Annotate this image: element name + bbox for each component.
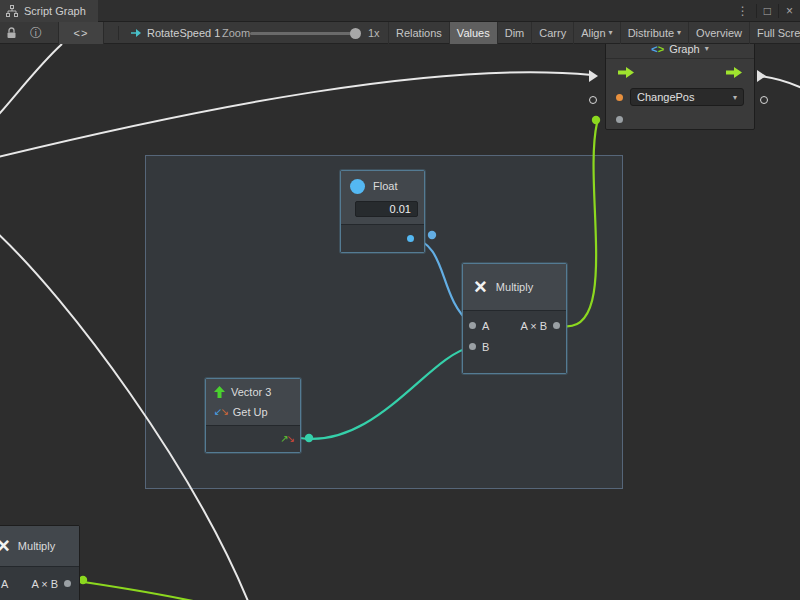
chevron-down-icon: ▾ — [705, 44, 709, 53]
lock-icon[interactable] — [6, 22, 17, 44]
script-graph-asset-icon — [130, 27, 142, 39]
graph-breadcrumb[interactable]: RotateSpeed 1 — [130, 22, 220, 44]
node-subtitle: Get Up — [233, 406, 268, 418]
button-label: Carry — [539, 22, 566, 44]
toolbar-button-overview[interactable]: Overview — [688, 22, 749, 44]
float-node-header[interactable]: Float 0.01 — [341, 171, 424, 224]
multiply-node-body: A A × B B — [463, 310, 566, 373]
toolbar-button-relations[interactable]: Relations — [388, 22, 449, 44]
port-label-a: A — [1, 578, 8, 590]
node-vector3-get-up[interactable]: Vector 3 ↙↘ Get Up ↗↘ — [205, 378, 301, 453]
zoom-label: Zoom — [222, 22, 250, 44]
port-multiply-input-b[interactable] — [469, 343, 476, 350]
port-label-out: A × B — [31, 578, 58, 590]
toolbar-button-dim[interactable]: Dim — [497, 22, 532, 44]
graph-toolbar: ⓘ <> RotateSpeed 1 Zoom 1x Relations Val… — [0, 22, 800, 44]
up-arrow-icon — [214, 386, 225, 398]
flow-connection-arrow-left[interactable] — [589, 70, 598, 82]
variable-dropdown-value: ChangePos — [637, 91, 695, 103]
button-label: Distribute — [628, 22, 674, 44]
flow-in-arrow-icon[interactable] — [618, 67, 634, 78]
graph-node-title: Graph — [669, 43, 700, 55]
vector3-type-icon[interactable]: ↗↘ — [280, 434, 293, 444]
close-icon[interactable]: × — [779, 4, 800, 18]
variable-dropdown[interactable]: ChangePos ▾ — [630, 88, 744, 106]
zoom-slider[interactable] — [250, 32, 360, 35]
toolbar-button-align[interactable]: Align ▾ — [573, 22, 619, 44]
tab-script-graph[interactable]: Script Graph — [0, 0, 98, 22]
chevron-down-icon: ▾ — [609, 22, 613, 44]
toolbar-button-distribute[interactable]: Distribute ▾ — [620, 22, 688, 44]
zoom-slider-handle[interactable] — [350, 28, 361, 39]
chevron-down-icon: ▾ — [677, 22, 681, 44]
chevron-down-icon: ▾ — [733, 93, 737, 102]
port-multiply2-output[interactable] — [64, 580, 71, 587]
port-label-a: A — [482, 320, 489, 332]
divider — [118, 26, 119, 40]
maximize-icon[interactable]: □ — [757, 4, 778, 18]
get-up-icon: ↙↘ — [214, 407, 227, 417]
flow-connection-arrow-right[interactable] — [757, 70, 766, 82]
float-type-icon — [350, 179, 365, 194]
vector3-node-header[interactable]: Vector 3 ↙↘ Get Up — [206, 379, 300, 425]
toolbar-buttons: Relations Values Dim Carry Align ▾ Distr… — [388, 22, 800, 44]
toolbar-button-carry[interactable]: Carry — [531, 22, 573, 44]
port-graph-input[interactable] — [616, 116, 623, 123]
float-value-input[interactable]: 0.01 — [355, 201, 418, 217]
info-icon[interactable]: ⓘ — [30, 22, 42, 44]
connection-ring-right[interactable] — [760, 96, 768, 104]
vector3-node-body: ↗↘ — [206, 425, 300, 452]
connection-ring-left[interactable] — [589, 96, 597, 104]
button-label: Relations — [396, 22, 442, 44]
arrow-se-icon: ↘ — [220, 406, 226, 417]
port-variable-input[interactable] — [616, 94, 623, 101]
node-title: Multiply — [18, 540, 55, 552]
flow-out-arrow-icon[interactable] — [726, 67, 742, 78]
graph-port-row — [606, 109, 754, 129]
port-float-output[interactable] — [407, 235, 414, 242]
lock-glyph — [6, 26, 17, 40]
multiply-node-header[interactable]: × Multiply — [463, 264, 566, 310]
kebab-menu-icon[interactable]: ⋮ — [730, 4, 756, 18]
graph-name: RotateSpeed 1 — [147, 27, 220, 39]
node-title: Float — [373, 180, 397, 192]
multiply2-node-header[interactable]: × Multiply — [0, 526, 79, 566]
float-node-body — [341, 224, 424, 252]
multiply-icon: × — [0, 535, 10, 557]
node-float[interactable]: Float 0.01 — [340, 170, 425, 253]
toolbar-button-values[interactable]: Values — [449, 22, 497, 44]
node-multiply[interactable]: × Multiply A A × B B — [462, 263, 567, 374]
button-label: Values — [457, 22, 490, 44]
arrow-se-icon: ↘ — [287, 433, 293, 444]
port-label-b: B — [482, 341, 489, 353]
titlebar: Script Graph ⋮ □ × — [0, 0, 800, 22]
toolbar-button-fullscreen[interactable]: Full Screen — [749, 22, 800, 44]
node-multiply-partial[interactable]: × Multiply A A × B — [0, 525, 80, 600]
node-title: Vector 3 — [231, 386, 271, 398]
port-multiply-output[interactable] — [553, 322, 560, 329]
script-graph-icon — [6, 5, 18, 17]
zoom-value: 1x — [368, 22, 380, 44]
button-label: Overview — [696, 22, 742, 44]
code-gt: > — [658, 43, 664, 55]
node-title: Multiply — [496, 281, 533, 293]
button-label: Dim — [505, 22, 525, 44]
graph-variable-row: ChangePos ▾ — [606, 85, 754, 109]
tab-label: Script Graph — [24, 5, 86, 17]
port-multiply-input-a[interactable] — [469, 322, 476, 329]
code-view-button[interactable]: <> — [58, 22, 104, 44]
node-graph-inspector[interactable]: <> Graph ▾ ChangePos ▾ — [605, 38, 755, 130]
multiply2-node-body: A A × B — [0, 566, 79, 600]
code-brackets-icon: <> — [651, 43, 664, 55]
multiply-icon: × — [474, 276, 487, 298]
graph-flow-row — [606, 59, 754, 85]
window-controls: ⋮ □ × — [730, 0, 800, 22]
button-label: Full Screen — [757, 22, 800, 44]
button-label: Align — [581, 22, 605, 44]
port-label-out: A × B — [520, 320, 547, 332]
